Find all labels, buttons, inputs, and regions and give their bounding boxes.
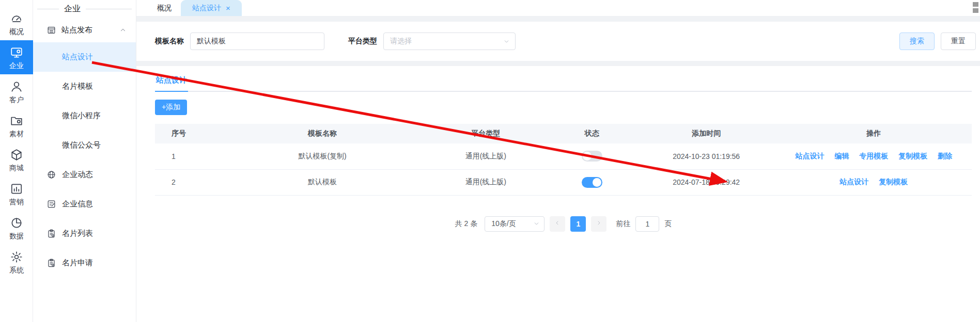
section-tab-site-design[interactable]: 站点设计 <box>155 75 188 92</box>
table-header-row: 序号 模板名称 平台类型 状态 添加时间 操作 <box>155 124 972 143</box>
sidebar-item-label: 素材 <box>9 130 24 137</box>
total-count: 共 2 条 <box>455 219 478 229</box>
page-size-value: 10条/页 <box>491 219 516 229</box>
sidebar-item-label: 概况 <box>9 28 24 35</box>
goto-page-input[interactable] <box>635 216 659 232</box>
sidebar-item-system[interactable]: 系统 <box>0 245 33 279</box>
col-header-no: 序号 <box>155 124 220 143</box>
reset-button[interactable]: 重置 <box>941 33 976 50</box>
sidebar-item-marketing[interactable]: 营销 <box>0 176 33 211</box>
sidebar-item-label: 客户 <box>9 96 24 103</box>
secondary-sidebar: 企业 站点发布 站点设计 名片模板 微信小程序 微信公众号 企业动态 <box>33 0 136 322</box>
action-edit[interactable]: 编辑 <box>834 152 849 160</box>
primary-icon-sidebar: 概况 企业 客户 素材 商城 <box>0 0 33 322</box>
scrollbar-fragment <box>973 2 978 7</box>
cell-name: 默认模板 <box>220 169 424 195</box>
site-publish-icon <box>46 25 56 35</box>
nav-item-enterprise-info[interactable]: 企业信息 <box>33 189 136 219</box>
system-gear-icon <box>10 250 23 264</box>
sidebar-item-customers[interactable]: 客户 <box>0 74 33 108</box>
nav-item-card-template[interactable]: 名片模板 <box>33 72 136 101</box>
action-site-design[interactable]: 站点设计 <box>795 152 824 160</box>
status-toggle[interactable] <box>582 151 602 162</box>
chevron-left-icon <box>554 220 561 228</box>
close-icon[interactable]: × <box>226 4 230 12</box>
tab-overview[interactable]: 概况 <box>148 0 181 16</box>
page-tabbar: 概况 站点设计 × <box>136 0 980 17</box>
prev-page-button[interactable] <box>550 216 565 232</box>
table-row: 2 默认模板 通用(线上版) 2024-07-18 09:29:42 站点设计 … <box>155 169 972 195</box>
material-folder-icon <box>10 114 23 127</box>
tab-label: 站点设计 <box>192 4 221 13</box>
next-page-button[interactable] <box>591 216 606 232</box>
cell-actions: 站点设计 复制模板 <box>776 169 972 195</box>
table-row: 1 默认模板(复制) 通用(线上版) 2024-10-23 01:19:56 站… <box>155 143 972 169</box>
nav-item-card-apply[interactable]: 名片申请 <box>33 248 136 278</box>
template-table: 序号 模板名称 平台类型 状态 添加时间 操作 1 默认模板(复制) 通用(线上… <box>155 124 972 196</box>
nav-group-site-publish[interactable]: 站点发布 <box>33 18 136 42</box>
template-name-input[interactable] <box>190 33 324 50</box>
platform-type-label: 平台类型 <box>348 37 377 46</box>
content-card: 站点设计 +添加 序号 模板名称 平台类型 状态 添加时间 操作 <box>136 66 980 322</box>
sidebar-item-materials[interactable]: 素材 <box>0 108 33 142</box>
nav-item-enterprise-news[interactable]: 企业动态 <box>33 160 136 189</box>
goto-label: 前往 <box>616 219 630 229</box>
nav-item-label: 微信小程序 <box>62 111 101 121</box>
action-copy-template[interactable]: 复制模板 <box>898 152 927 160</box>
enterprise-monitor-icon <box>10 46 23 59</box>
action-delete[interactable]: 删除 <box>938 152 952 160</box>
page-size-select[interactable]: 10条/页 <box>485 216 545 232</box>
globe-icon <box>46 170 56 180</box>
select-placeholder: 请选择 <box>390 37 412 46</box>
sidebar-section-title-text: 企业 <box>64 4 81 14</box>
status-toggle[interactable] <box>582 177 602 188</box>
add-button[interactable]: +添加 <box>155 100 187 115</box>
nav-group-label: 站点发布 <box>61 25 92 35</box>
template-name-label: 模板名称 <box>155 37 184 46</box>
pagination: 共 2 条 10条/页 1 前往 页 <box>155 216 972 232</box>
card-list-icon <box>46 229 56 238</box>
sidebar-item-mall[interactable]: 商城 <box>0 142 33 176</box>
nav-item-label: 站点设计 <box>62 52 93 62</box>
sidebar-item-enterprise[interactable]: 企业 <box>0 40 33 74</box>
nav-item-label: 名片申请 <box>62 258 93 268</box>
sidebar-item-label: 数据 <box>9 232 24 239</box>
cell-no: 2 <box>155 169 220 195</box>
col-header-platform: 平台类型 <box>425 124 547 143</box>
nav-item-label: 名片列表 <box>62 229 93 238</box>
action-site-design[interactable]: 站点设计 <box>839 178 868 186</box>
marketing-chart-icon <box>10 182 23 196</box>
nav-item-wechat-official[interactable]: 微信公众号 <box>33 131 136 160</box>
search-button[interactable]: 搜索 <box>899 33 935 50</box>
sidebar-item-data[interactable]: 数据 <box>0 211 33 245</box>
sidebar-item-label: 营销 <box>9 198 24 205</box>
cell-time: 2024-10-23 01:19:56 <box>637 143 776 169</box>
app-window: 概况 企业 客户 素材 商城 <box>0 0 980 322</box>
gauge-icon <box>10 12 23 25</box>
sidebar-item-label: 企业 <box>9 62 24 69</box>
col-header-actions: 操作 <box>776 124 972 143</box>
nav-item-label: 名片模板 <box>62 82 93 91</box>
platform-type-select[interactable]: 请选择 <box>383 33 516 50</box>
nav-item-wechat-miniprogram[interactable]: 微信小程序 <box>33 101 136 131</box>
action-copy-template[interactable]: 复制模板 <box>879 178 908 186</box>
filter-bar: 模板名称 平台类型 请选择 搜索 重置 <box>136 22 980 61</box>
col-header-status: 状态 <box>547 124 637 143</box>
sidebar-item-overview[interactable]: 概况 <box>0 6 33 40</box>
tab-site-design[interactable]: 站点设计 × <box>181 0 242 16</box>
action-special-template[interactable]: 专用模板 <box>859 152 888 160</box>
cell-platform: 通用(线上版) <box>425 143 547 169</box>
doc-edit-icon <box>46 199 56 209</box>
chevron-down-icon <box>533 220 540 227</box>
nav-item-label: 企业动态 <box>62 170 93 180</box>
scrollbar-fragment <box>973 8 978 13</box>
nav-item-site-design[interactable]: 站点设计 <box>33 42 136 72</box>
tab-label: 概况 <box>157 4 172 13</box>
page-number-current[interactable]: 1 <box>570 216 586 232</box>
col-header-name: 模板名称 <box>220 124 424 143</box>
chevron-down-icon <box>503 38 510 45</box>
customer-person-icon <box>10 80 23 93</box>
nav-item-card-list[interactable]: 名片列表 <box>33 219 136 248</box>
page-unit-label: 页 <box>664 219 672 229</box>
chevron-up-icon[interactable] <box>119 26 127 34</box>
